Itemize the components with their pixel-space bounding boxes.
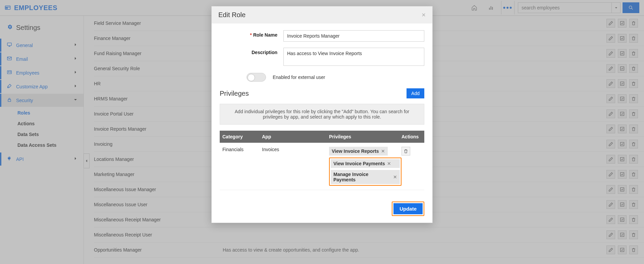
modal-overlay: Edit Role × *Role Name Description Enabl… <box>0 0 644 264</box>
external-user-toggle[interactable] <box>247 73 266 82</box>
priv-chips: View Invoice Reports ✕ View Invoice Paym… <box>329 147 401 186</box>
priv-actions <box>401 147 422 156</box>
col-privileges: Privileges <box>329 134 401 139</box>
role-name-label: *Role Name <box>220 30 283 38</box>
col-app: App <box>262 134 329 139</box>
privilege-chip: Manage Invoice Payments ✕ <box>331 170 400 184</box>
modal-header: Edit Role × <box>212 6 432 24</box>
privileges-info: Add individual privileges for this role … <box>220 104 424 125</box>
remove-chip-icon[interactable]: ✕ <box>381 148 385 154</box>
edit-role-modal: Edit Role × *Role Name Description Enabl… <box>211 6 433 223</box>
privilege-row: Financials Invoices View Invoice Reports… <box>220 143 424 190</box>
description-label: Description <box>220 48 283 55</box>
role-name-input[interactable] <box>283 30 424 42</box>
privileges-title: Privileges <box>220 90 249 97</box>
chip-label: View Invoice Payments <box>333 161 385 166</box>
modal-title: Edit Role <box>218 11 246 19</box>
update-button[interactable]: Update <box>393 203 423 214</box>
add-privilege-button[interactable]: Add <box>407 88 424 98</box>
modal-footer: Update <box>212 197 432 223</box>
remove-chip-icon[interactable]: ✕ <box>393 174 397 180</box>
col-actions: Actions <box>401 134 422 139</box>
modal-body: *Role Name Description Enabled for exter… <box>212 24 432 197</box>
external-user-toggle-row: Enabled for external user <box>247 73 424 82</box>
priv-category: Financials <box>222 147 262 152</box>
privileges-header: Privileges Add <box>220 88 424 98</box>
close-icon[interactable]: × <box>422 11 426 19</box>
delete-privilege-button[interactable] <box>401 147 410 156</box>
update-highlight: Update <box>392 202 424 216</box>
privilege-chip: View Invoice Payments ✕ <box>331 159 400 168</box>
highlighted-chips: View Invoice Payments ✕ Manage Invoice P… <box>329 158 401 186</box>
external-user-label: Enabled for external user <box>273 75 325 80</box>
col-category: Category <box>222 134 262 139</box>
description-row: Description <box>220 48 424 67</box>
priv-app: Invoices <box>262 147 329 152</box>
privileges-table-header: Category App Privileges Actions <box>220 131 424 143</box>
privilege-chip: View Invoice Reports ✕ <box>329 147 388 156</box>
chip-label: Manage Invoice Payments <box>333 172 391 182</box>
chip-label: View Invoice Reports <box>332 148 379 154</box>
description-input[interactable] <box>283 48 424 66</box>
role-name-row: *Role Name <box>220 30 424 42</box>
remove-chip-icon[interactable]: ✕ <box>387 161 391 166</box>
